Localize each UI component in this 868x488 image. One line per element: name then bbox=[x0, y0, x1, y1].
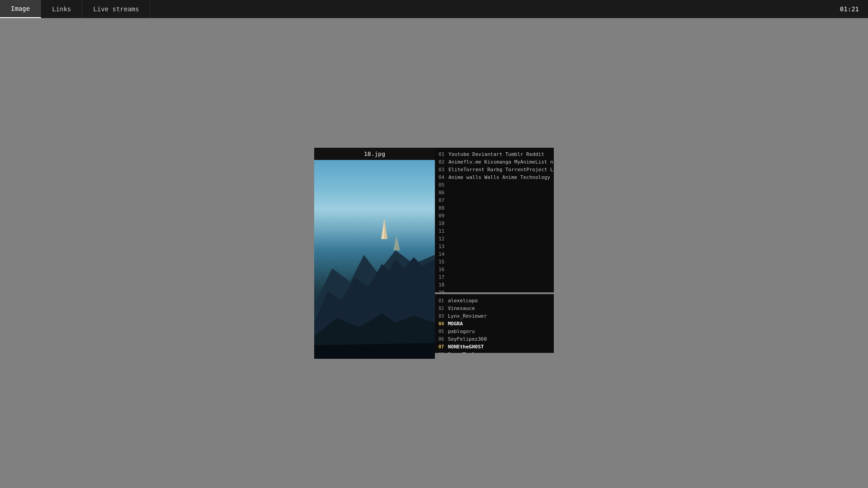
link-num-11: 11 bbox=[439, 228, 444, 234]
link-text-4: Anime walls Walls Anime Technology bbox=[448, 174, 550, 180]
stream-num-6: 06 bbox=[439, 337, 444, 342]
stream-text-1: alexelcapo bbox=[448, 298, 478, 304]
link-row-7: 07 bbox=[439, 197, 550, 204]
tab-links[interactable]: Links bbox=[41, 0, 82, 18]
stream-num-1: 01 bbox=[439, 298, 444, 303]
right-panels: 01 Youtube Deviantart Tumblr Reddit 02 A… bbox=[435, 148, 554, 353]
main-content: 18.jpg bbox=[0, 18, 868, 488]
svg-marker-5 bbox=[393, 236, 400, 250]
link-row-17: 17 bbox=[439, 273, 550, 281]
link-num-4: 04 bbox=[439, 174, 444, 180]
link-num-16: 16 bbox=[439, 267, 444, 272]
panel-container: 18.jpg bbox=[314, 148, 554, 359]
stream-row-4[interactable]: 04 MOGRA bbox=[439, 320, 550, 328]
topbar: Image Links Live streams 01:21 bbox=[0, 0, 868, 18]
stream-text-7: NONEtheGHOST bbox=[448, 344, 484, 350]
image-title: 18.jpg bbox=[314, 148, 435, 160]
stream-row-6[interactable]: 06 SoyFelipez360 bbox=[439, 335, 550, 343]
stream-num-8: 08 bbox=[439, 352, 444, 353]
streams-panel: 01 alexelcapo 02 Vinesauce 03 Lynx_Revie… bbox=[435, 294, 554, 353]
tab-image[interactable]: Image bbox=[0, 0, 41, 18]
stream-num-3: 03 bbox=[439, 314, 444, 319]
link-num-18: 18 bbox=[439, 282, 444, 288]
stream-num-4: 04 bbox=[439, 321, 444, 326]
link-row-6: 06 bbox=[439, 189, 550, 197]
link-row-15: 15 bbox=[439, 258, 550, 266]
link-num-14: 14 bbox=[439, 251, 444, 257]
stream-text-8: BasedTrolso bbox=[448, 352, 481, 353]
link-num-9: 09 bbox=[439, 213, 444, 219]
link-num-6: 06 bbox=[439, 190, 444, 196]
link-num-3: 03 bbox=[439, 167, 444, 173]
link-row-11: 11 bbox=[439, 227, 550, 235]
stream-text-2: Vinesauce bbox=[448, 305, 475, 311]
clock-display: 01:21 bbox=[840, 5, 859, 13]
link-num-7: 07 bbox=[439, 197, 444, 203]
link-row-5: 05 bbox=[439, 181, 550, 189]
link-row-12: 12 bbox=[439, 235, 550, 243]
stream-text-5: pablogoru bbox=[448, 328, 475, 334]
stream-row-3[interactable]: 03 Lynx_Reviewer bbox=[439, 312, 550, 320]
stream-text-4: MOGRA bbox=[448, 321, 463, 327]
link-num-15: 15 bbox=[439, 259, 444, 265]
link-num-2: 02 bbox=[439, 159, 444, 165]
stream-num-7: 07 bbox=[439, 344, 444, 349]
image-panel: 18.jpg bbox=[314, 148, 435, 359]
link-row-10: 10 bbox=[439, 220, 550, 227]
link-num-1: 01 bbox=[439, 151, 444, 157]
stream-row-8[interactable]: 08 BasedTrolso bbox=[439, 351, 550, 353]
link-row-2[interactable]: 02 Animeflv.me Kissmanga MyAnimeList nya… bbox=[439, 158, 550, 166]
link-row-8: 08 bbox=[439, 204, 550, 212]
link-num-8: 08 bbox=[439, 205, 444, 211]
link-row-1[interactable]: 01 Youtube Deviantart Tumblr Reddit bbox=[439, 150, 550, 158]
stream-num-5: 05 bbox=[439, 329, 444, 334]
stream-row-7[interactable]: 07 NONEtheGHOST bbox=[439, 343, 550, 351]
links-panel: 01 Youtube Deviantart Tumblr Reddit 02 A… bbox=[435, 148, 554, 292]
stream-text-3: Lynx_Reviewer bbox=[448, 313, 487, 319]
stream-num-2: 02 bbox=[439, 306, 444, 311]
link-row-13: 13 bbox=[439, 243, 550, 250]
link-row-19: 19 bbox=[439, 289, 550, 292]
link-row-9: 09 bbox=[439, 212, 550, 220]
stream-text-6: SoyFelipez360 bbox=[448, 336, 487, 342]
mountain-image bbox=[314, 160, 435, 359]
stream-row-5[interactable]: 05 pablogoru bbox=[439, 328, 550, 335]
link-row-18: 18 bbox=[439, 281, 550, 289]
link-num-13: 13 bbox=[439, 244, 444, 249]
link-text-2: Animeflv.me Kissmanga MyAnimeList nyaa.s… bbox=[448, 159, 554, 165]
link-num-19: 19 bbox=[439, 290, 444, 292]
link-row-4[interactable]: 04 Anime walls Walls Anime Technology bbox=[439, 174, 550, 181]
link-text-3: EliteTorrent Rarbg TorrentProject L337x bbox=[448, 167, 554, 173]
link-row-3[interactable]: 03 EliteTorrent Rarbg TorrentProject L33… bbox=[439, 166, 550, 174]
link-row-14: 14 bbox=[439, 250, 550, 258]
link-num-10: 10 bbox=[439, 221, 444, 226]
tab-live-streams[interactable]: Live streams bbox=[82, 0, 150, 18]
link-num-12: 12 bbox=[439, 236, 444, 242]
link-text-1: Youtube Deviantart Tumblr Reddit bbox=[448, 151, 544, 157]
stream-row-1[interactable]: 01 alexelcapo bbox=[439, 297, 550, 305]
svg-marker-6 bbox=[314, 343, 435, 359]
svg-marker-4 bbox=[384, 219, 387, 239]
link-num-17: 17 bbox=[439, 274, 444, 280]
stream-row-2[interactable]: 02 Vinesauce bbox=[439, 305, 550, 312]
link-num-5: 05 bbox=[439, 182, 444, 188]
link-row-16: 16 bbox=[439, 266, 550, 273]
